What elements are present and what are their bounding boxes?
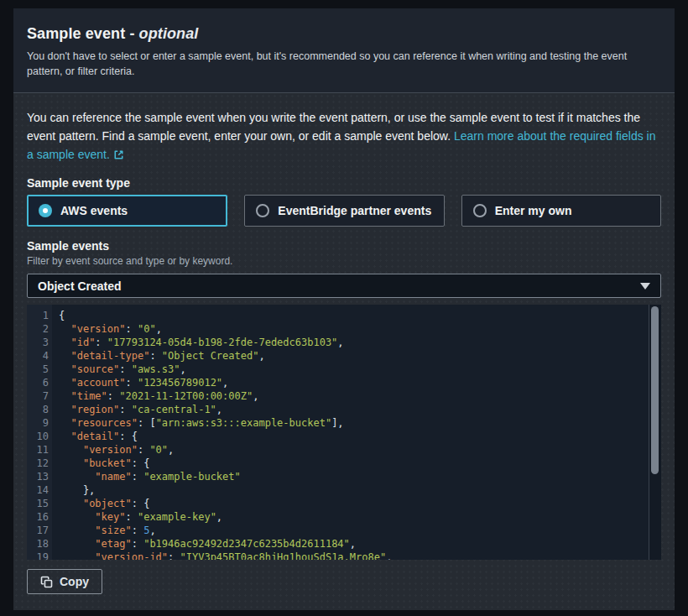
dropdown-selected-value: Object Created xyxy=(38,279,640,293)
code-lines: 1{2 "version": "0",3 "id": "17793124-05d… xyxy=(27,305,661,560)
copy-button-label: Copy xyxy=(60,575,89,588)
sample-event-type-label: Sample event type xyxy=(27,176,661,190)
external-link-icon xyxy=(113,147,124,165)
panel-title: Sample event - optional xyxy=(27,25,661,43)
editor-scrollbar[interactable] xyxy=(649,305,661,560)
radio-tile-enter-my-own[interactable]: Enter my own xyxy=(461,195,661,227)
radio-tile-label: EventBridge partner events xyxy=(278,204,431,217)
radio-tile-label: Enter my own xyxy=(495,204,572,217)
copy-button[interactable]: Copy xyxy=(27,569,102,594)
sample-events-label: Sample events xyxy=(27,239,661,253)
radio-button-icon[interactable] xyxy=(473,204,487,217)
panel-body: You can reference the sample event when … xyxy=(13,93,675,610)
radio-tile-eventbridge-partner-events[interactable]: EventBridge partner events xyxy=(244,195,444,227)
sample-events-hint: Filter by event source and type or by ke… xyxy=(27,254,661,268)
panel-description: You don't have to select or enter a samp… xyxy=(27,49,661,79)
radio-tile-aws-events[interactable]: AWS events xyxy=(27,195,227,227)
intro-text: You can reference the sample event when … xyxy=(27,108,661,165)
page-background: Sample event - optional You don't have t… xyxy=(0,0,688,616)
sample-events-dropdown[interactable]: Object Created xyxy=(27,274,661,298)
radio-tile-label: AWS events xyxy=(60,204,128,217)
radio-button-icon[interactable] xyxy=(256,204,269,217)
panel-title-optional: optional xyxy=(139,25,199,42)
scrollbar-thumb[interactable] xyxy=(651,306,659,474)
copy-icon xyxy=(40,576,53,588)
caret-down-icon xyxy=(640,283,650,290)
sample-event-panel: Sample event - optional You don't have t… xyxy=(13,8,675,610)
panel-header: Sample event - optional You don't have t… xyxy=(13,8,675,93)
radio-button-icon[interactable] xyxy=(39,204,52,217)
sample-event-type-options: AWS events EventBridge partner events En… xyxy=(27,195,661,227)
panel-title-text: Sample event xyxy=(27,25,125,42)
code-editor[interactable]: 1{2 "version": "0",3 "id": "17793124-05d… xyxy=(27,305,661,560)
panel-title-separator: - xyxy=(129,25,134,42)
